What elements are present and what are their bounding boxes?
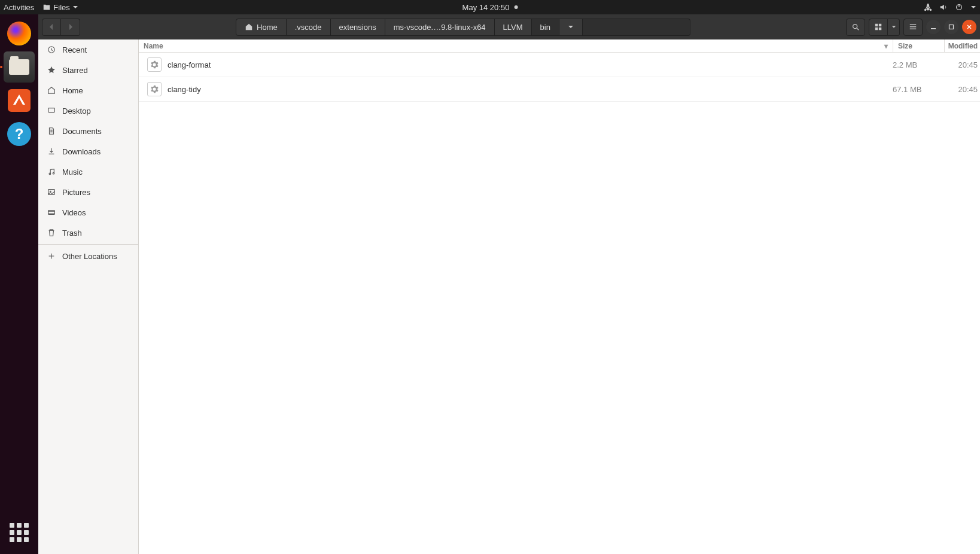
plus-icon	[47, 251, 56, 261]
clock[interactable]: May 14 20:50	[462, 3, 510, 12]
breadcrumb: Home.vscodeextensionsms-vscode.…9.8-linu…	[236, 19, 690, 36]
help-icon: ?	[7, 122, 31, 146]
column-modified[interactable]: Modified	[944, 39, 980, 52]
svg-point-16	[49, 173, 51, 175]
folder-icon	[42, 3, 51, 11]
svg-rect-13	[949, 25, 954, 29]
home-icon	[47, 86, 56, 95]
sidebar-item-pictures[interactable]: Pictures	[38, 182, 138, 202]
svg-point-19	[50, 191, 51, 192]
dock: ?	[0, 14, 38, 554]
svg-rect-10	[910, 26, 917, 27]
svg-rect-15	[48, 108, 55, 112]
breadcrumb-home[interactable]: Home	[236, 19, 287, 36]
breadcrumb-segment[interactable]: bin	[532, 19, 559, 36]
chevron-down-icon[interactable]	[970, 4, 976, 10]
sidebar-item-desktop[interactable]: Desktop	[38, 101, 138, 121]
downloads-icon	[47, 147, 56, 156]
breadcrumb-segment[interactable]: extensions	[331, 19, 385, 36]
back-button[interactable]	[42, 19, 61, 36]
dock-software[interactable]	[4, 85, 35, 116]
star-icon	[47, 65, 56, 75]
view-grid-button[interactable]	[869, 19, 888, 36]
file-row[interactable]: clang-format2.2 MB20:45	[139, 53, 980, 77]
executable-icon	[147, 57, 162, 72]
svg-rect-20	[48, 211, 55, 215]
sidebar-item-music[interactable]: Music	[38, 162, 138, 182]
column-header: Name ▾ Size Modified	[139, 39, 980, 53]
sidebar-item-documents[interactable]: Documents	[38, 121, 138, 141]
sidebar-item-downloads[interactable]: Downloads	[38, 141, 138, 162]
sidebar-item-videos[interactable]: Videos	[38, 202, 138, 223]
breadcrumb-label: Home	[257, 23, 278, 32]
network-icon[interactable]	[924, 3, 932, 11]
hamburger-menu-button[interactable]	[903, 19, 923, 36]
software-icon	[8, 89, 31, 112]
sidebar-item-label: Pictures	[62, 188, 90, 197]
file-row[interactable]: clang-tidy67.1 MB20:45	[139, 77, 980, 102]
apps-grid-icon	[10, 523, 29, 542]
sidebar-item-label: Downloads	[62, 147, 101, 156]
view-options-button[interactable]	[888, 19, 900, 36]
forward-button[interactable]	[61, 19, 80, 36]
breadcrumb-label: .vscode	[295, 23, 322, 32]
column-name[interactable]: Name ▾	[139, 42, 893, 50]
svg-point-17	[53, 172, 54, 174]
file-name: clang-format	[168, 60, 893, 69]
breadcrumb-segment[interactable]: LLVM	[495, 19, 532, 36]
file-modified: 20:45	[944, 85, 980, 94]
chevron-down-icon	[72, 4, 78, 10]
breadcrumb-label: LLVM	[503, 23, 523, 32]
svg-rect-5	[875, 24, 878, 26]
dock-files[interactable]	[4, 51, 35, 83]
file-modified: 20:45	[944, 60, 980, 69]
content-area: Name ▾ Size Modified clang-format2.2 MB2…	[139, 39, 980, 554]
trash-icon	[47, 228, 56, 238]
breadcrumb-segment[interactable]: .vscode	[287, 19, 331, 36]
svg-rect-7	[875, 28, 878, 30]
column-name-label: Name	[144, 42, 163, 50]
svg-rect-6	[879, 24, 881, 26]
close-button[interactable]	[962, 20, 976, 34]
breadcrumb-dropdown[interactable]	[559, 19, 583, 36]
files-window: Home.vscodeextensionsms-vscode.…9.8-linu…	[38, 14, 980, 554]
search-button[interactable]	[846, 19, 865, 36]
executable-icon	[147, 82, 162, 96]
svg-rect-9	[910, 25, 917, 25]
sidebar-item-trash[interactable]: Trash	[38, 223, 138, 243]
file-name: clang-tidy	[168, 85, 893, 94]
dock-show-applications[interactable]	[4, 517, 35, 548]
sidebar-item-recent[interactable]: Recent	[38, 39, 138, 60]
volume-icon[interactable]	[939, 3, 948, 11]
breadcrumb-label: bin	[540, 23, 550, 32]
sidebar-other-locations[interactable]: Other Locations	[38, 246, 138, 266]
breadcrumb-spacer	[583, 19, 690, 36]
app-menu[interactable]: Files	[42, 3, 78, 12]
dock-help[interactable]: ?	[4, 118, 35, 150]
svg-point-4	[853, 25, 857, 29]
headerbar: Home.vscodeextensionsms-vscode.…9.8-linu…	[38, 14, 980, 39]
sidebar-item-label: Music	[62, 168, 83, 176]
power-icon[interactable]	[955, 3, 963, 11]
sidebar-item-label: Recent	[62, 45, 87, 54]
svg-rect-11	[910, 29, 917, 29]
top-panel: Activities Files May 14 20:50	[0, 0, 980, 14]
sidebar-item-star[interactable]: Starred	[38, 60, 138, 80]
file-size: 67.1 MB	[893, 85, 944, 94]
notification-dot-icon	[514, 5, 518, 9]
breadcrumb-label: ms-vscode.…9.8-linux-x64	[394, 23, 486, 32]
sidebar-item-home[interactable]: Home	[38, 80, 138, 101]
breadcrumb-segment[interactable]: ms-vscode.…9.8-linux-x64	[385, 19, 495, 36]
file-size: 2.2 MB	[893, 60, 944, 69]
sort-indicator-icon: ▾	[884, 42, 888, 50]
app-menu-label: Files	[53, 3, 69, 12]
svg-rect-12	[931, 28, 936, 29]
maximize-button[interactable]	[944, 20, 958, 34]
column-size-label: Size	[898, 42, 912, 50]
dock-firefox[interactable]	[4, 18, 35, 49]
desktop-icon	[47, 106, 56, 115]
sidebar-item-label: Documents	[62, 127, 102, 136]
activities-button[interactable]: Activities	[4, 3, 34, 12]
minimize-button[interactable]	[926, 20, 941, 34]
column-size[interactable]: Size	[893, 39, 944, 52]
